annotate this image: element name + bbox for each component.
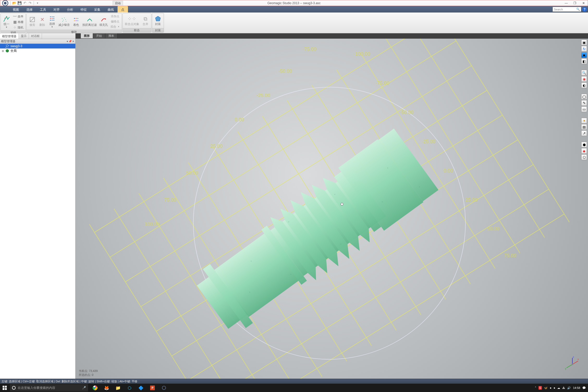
minimize-button[interactable]: —: [562, 0, 571, 6]
lasso-button[interactable]: ◯: [581, 94, 587, 100]
ribbon-tab-curve[interactable]: 曲线: [104, 6, 118, 13]
taskbar-clock[interactable]: 14:58: [573, 386, 580, 389]
search-icon[interactable]: 🔍: [576, 8, 580, 11]
ribbon-tab-tools[interactable]: 工具: [36, 6, 50, 13]
tray-volume-icon[interactable]: 🔊: [567, 386, 571, 390]
reset-view-button[interactable]: ↻: [581, 46, 587, 52]
ribbon-tab-align[interactable]: 对齐: [50, 6, 63, 13]
panel-pin-icon[interactable]: 📌: [69, 40, 72, 43]
redo-icon[interactable]: ↷: [28, 1, 32, 5]
svg-text:0.00: 0.00: [444, 168, 453, 173]
uniform-button[interactable]: 统一 ▼: [2, 15, 11, 29]
tool-b-button[interactable]: ▤: [581, 124, 587, 130]
3d-viewport[interactable]: -75.00 -100.00 -50.00 -75.00 -25.00 -50.…: [76, 39, 588, 379]
app-logo-icon[interactable]: [1, 0, 9, 7]
shade-button[interactable]: ■: [581, 52, 587, 58]
doc-tab-start[interactable]: 开始: [93, 33, 105, 38]
axis-gizmo-icon[interactable]: x y z: [565, 355, 580, 371]
random-button[interactable]: ⁘随机: [12, 25, 24, 30]
panel-tab-display[interactable]: 显示: [19, 33, 29, 39]
reduce-noise-button[interactable]: 减少噪音: [58, 16, 70, 27]
status-bar: 左键: 选择区域 | Ctrl+左键: 取消选择区域 | Del: 删除所选区域…: [0, 379, 588, 384]
tool-f-button[interactable]: ⬡: [581, 154, 587, 160]
tray-network-icon[interactable]: 🖧: [562, 386, 565, 389]
delete-icon: ✕: [39, 16, 46, 23]
save-icon[interactable]: 💾: [17, 1, 22, 5]
ribbon-tab-view[interactable]: 视图: [9, 6, 23, 13]
fit-view-button[interactable]: ▣: [581, 40, 587, 45]
maximize-button[interactable]: ❐: [571, 0, 579, 6]
tray-up-icon[interactable]: ˄: [535, 386, 536, 390]
tray-ime-icon[interactable]: S: [538, 386, 542, 390]
fill-hole-button[interactable]: 填充孔: [99, 16, 108, 27]
select-icon: [49, 15, 56, 22]
svg-rect-114: [3, 388, 4, 390]
tool-d-button[interactable]: ⬢: [581, 142, 587, 148]
merge-button[interactable]: ⧉合并: [141, 15, 150, 27]
tree-item-model[interactable]: swug3-3: [0, 44, 75, 48]
start-tab[interactable]: 启动: [113, 1, 123, 5]
offset-point-button[interactable]: 偏移点: [110, 19, 120, 24]
search-input[interactable]: Search 🔍: [553, 7, 581, 12]
trim-button[interactable]: 修剪: [28, 16, 36, 27]
measure-button[interactable]: ◉: [581, 76, 587, 82]
delete-button[interactable]: ✕删除: [38, 16, 46, 27]
svg-rect-115: [5, 388, 7, 390]
doc-tab-graphics[interactable]: 图形: [81, 33, 93, 38]
panel-tab-model-manager[interactable]: 模型管理器: [0, 33, 19, 39]
doc-tab-script[interactable]: 脚本: [105, 33, 118, 38]
wrap-button[interactable]: 封装: [154, 15, 162, 27]
panel-tab-dialog[interactable]: 对话框: [29, 33, 42, 39]
mic-icon[interactable]: 🎤: [82, 386, 86, 390]
tray-cloud-icon[interactable]: ☁: [557, 386, 560, 390]
app-chrome[interactable]: [90, 384, 101, 392]
svg-point-20: [63, 21, 63, 22]
tray-icon[interactable]: ●: [550, 386, 552, 389]
panel-close-icon[interactable]: ✕: [72, 40, 74, 43]
section-button[interactable]: ◐: [581, 82, 587, 88]
curvature-button[interactable]: 〰曲率: [12, 14, 24, 19]
tree-item-global[interactable]: ⊞ 全局: [0, 48, 75, 53]
app-3[interactable]: 🔷: [136, 384, 146, 392]
expand-icon[interactable]: ⊞: [2, 50, 4, 52]
close-button[interactable]: ✕: [579, 0, 588, 6]
filter-distance-button[interactable]: 按距离过滤: [82, 16, 97, 27]
panel-menu-icon[interactable]: ▾: [67, 40, 68, 43]
app-geomagic[interactable]: [158, 384, 169, 392]
union-points-button[interactable]: ⁘⁘联合点对象: [124, 15, 140, 27]
svg-point-34: [8, 45, 9, 46]
ribbon-tab-analyze[interactable]: 分析: [63, 6, 77, 13]
taskbar-search[interactable]: 在这里输入你要搜索的内容 🎤: [10, 384, 88, 391]
help-button[interactable]: ?: [582, 7, 587, 12]
select-button[interactable]: 选择▼: [48, 15, 56, 29]
app-2[interactable]: ⬡: [124, 384, 135, 392]
rect-select-button[interactable]: ▭: [581, 106, 587, 112]
ribbon-tab-select[interactable]: 选择: [23, 6, 36, 13]
zoom-button[interactable]: 🔍: [581, 70, 587, 76]
fit-button[interactable]: 拟合▼: [110, 24, 120, 29]
tray-icon[interactable]: ●: [554, 386, 555, 389]
notifications-icon[interactable]: 💬: [582, 386, 586, 390]
add-point-button[interactable]: 添加点: [110, 14, 120, 19]
app-explorer[interactable]: 📁: [113, 384, 124, 392]
ribbon-tab-capture[interactable]: 采集: [90, 6, 104, 13]
tool-a-button[interactable]: ✦: [581, 118, 587, 124]
grid-button[interactable]: ▦格栅: [12, 19, 24, 24]
app-1[interactable]: 🦊: [101, 384, 112, 392]
start-button[interactable]: [0, 384, 9, 392]
viewport-grid: -75.00 -100.00 -50.00 -75.00 -25.00 -50.…: [76, 39, 588, 379]
app-powerpoint[interactable]: P: [147, 384, 158, 392]
color-button[interactable]: 着色: [72, 16, 80, 27]
tool-e-button[interactable]: ◆: [581, 148, 587, 154]
qat-dropdown-icon[interactable]: ▼: [35, 1, 40, 5]
tray-icon[interactable]: 🦋: [544, 386, 548, 390]
open-icon[interactable]: 📂: [12, 1, 16, 5]
ribbon-tab-point[interactable]: 点: [118, 6, 128, 13]
model-tree[interactable]: swug3-3 ⊞ 全局: [0, 44, 75, 379]
tool-c-button[interactable]: ↗: [581, 130, 587, 136]
document-tabs: 图形 开始 脚本: [76, 33, 588, 39]
undo-icon[interactable]: ↶: [23, 1, 27, 5]
paint-button[interactable]: ✎: [581, 100, 587, 106]
perspective-button[interactable]: ◧: [581, 58, 587, 64]
ribbon-tab-feature[interactable]: 特征: [77, 6, 90, 13]
